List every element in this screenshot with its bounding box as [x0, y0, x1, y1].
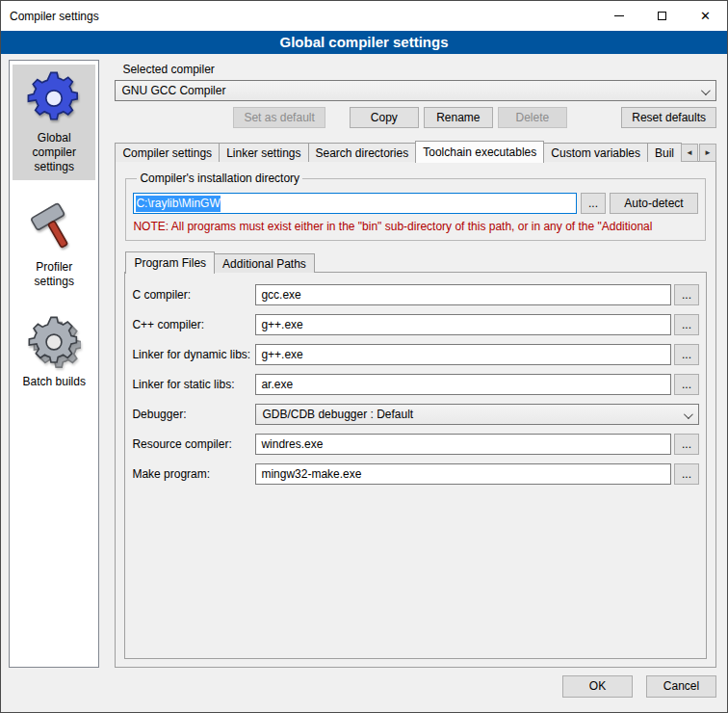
debugger-row: Debugger: GDB/CDB debugger : Default	[132, 404, 699, 425]
tab-scroll-right-button[interactable]: ►	[699, 144, 716, 162]
chevron-down-icon	[684, 409, 693, 419]
arrow-left-icon: ◄	[686, 148, 693, 157]
debugger-value: GDB/CDB debugger : Default	[262, 408, 413, 421]
dynamic-linker-input[interactable]	[255, 344, 671, 365]
close-icon: ✕	[700, 10, 711, 22]
static-linker-label: Linker for static libs:	[132, 378, 255, 391]
program-files-panel: C compiler: ... C++ compiler: ... Linker…	[124, 272, 707, 659]
resource-compiler-input[interactable]	[255, 434, 671, 455]
set-as-default-button: Set as default	[233, 107, 325, 128]
make-program-input[interactable]	[255, 463, 671, 485]
tab-scroll-controls: ◄ ►	[681, 144, 716, 162]
maximize-icon	[658, 12, 666, 20]
tab-search-directories[interactable]: Search directories	[308, 143, 417, 162]
tab-build-options-truncated[interactable]: Buil	[647, 143, 682, 162]
arrow-right-icon: ►	[704, 148, 712, 157]
cpp-compiler-browse-button[interactable]: ...	[674, 314, 699, 335]
installation-directory-group: Compiler's installation directory C:\ray…	[125, 172, 706, 241]
c-compiler-browse-button[interactable]: ...	[674, 284, 699, 305]
installation-directory-input[interactable]: C:\raylib\MinGW	[133, 193, 577, 214]
settings-category-list: Global compiler settings Profiler settin…	[9, 60, 99, 668]
selected-compiler-dropdown[interactable]: GNU GCC Compiler	[115, 80, 716, 101]
tab-compiler-settings[interactable]: Compiler settings	[115, 143, 220, 162]
subtab-program-files[interactable]: Program Files	[125, 251, 215, 274]
debugger-dropdown[interactable]: GDB/CDB debugger : Default	[255, 404, 699, 425]
chevron-down-icon	[701, 86, 711, 95]
installation-directory-row: C:\raylib\MinGW ... Auto-detect	[133, 193, 698, 214]
resource-compiler-browse-button[interactable]: ...	[674, 434, 699, 455]
dynamic-linker-row: Linker for dynamic libs: ...	[132, 344, 699, 365]
c-compiler-label: C compiler:	[132, 288, 255, 302]
sidebar-item-global-compiler-settings[interactable]: Global compiler settings	[13, 65, 95, 180]
make-program-row: Make program: ...	[132, 463, 699, 485]
settings-tabbar: Compiler settings Linker settings Search…	[115, 141, 716, 162]
sidebar-item-label: Global compiler settings	[14, 131, 93, 174]
installation-directory-value: C:\raylib\MinGW	[136, 196, 220, 212]
gear-blue-icon	[25, 69, 83, 127]
static-linker-input[interactable]	[255, 374, 671, 395]
make-program-browse-button[interactable]: ...	[674, 463, 699, 485]
c-compiler-row: C compiler: ...	[132, 284, 699, 305]
bin-subdirectory-note: NOTE: All programs must exist either in …	[133, 220, 698, 233]
minimize-button[interactable]	[597, 1, 640, 31]
gear-gray-icon	[25, 313, 83, 371]
cancel-button[interactable]: Cancel	[646, 675, 716, 698]
reset-defaults-button[interactable]: Reset defaults	[621, 107, 716, 128]
maximize-button[interactable]	[640, 1, 684, 31]
resource-compiler-row: Resource compiler: ...	[132, 434, 699, 455]
cpp-compiler-input[interactable]	[255, 314, 671, 335]
dynamic-linker-label: Linker for dynamic libs:	[132, 348, 255, 361]
compiler-actions: Set as default Copy Rename Delete Reset …	[115, 107, 716, 128]
program-files-subtabbar: Program Files Additional Paths	[124, 251, 707, 273]
compiler-settings-window: Compiler settings ✕ Global compiler sett…	[0, 0, 728, 713]
dynamic-linker-browse-button[interactable]: ...	[674, 344, 699, 365]
toolchain-executables-panel: Compiler's installation directory C:\ray…	[115, 161, 716, 668]
tab-toolchain-executables[interactable]: Toolchain executables	[415, 141, 544, 163]
selected-compiler-value: GNU GCC Compiler	[121, 84, 225, 97]
static-linker-browse-button[interactable]: ...	[674, 374, 699, 395]
c-compiler-input[interactable]	[255, 284, 671, 305]
cpp-compiler-label: C++ compiler:	[132, 318, 255, 331]
dialog-footer: OK Cancel	[1, 668, 727, 712]
sidebar-item-batch-builds[interactable]: Batch builds	[13, 308, 95, 395]
installation-directory-browse-button[interactable]: ...	[581, 193, 606, 214]
window-controls: ✕	[597, 1, 727, 31]
sidebar-item-label: Batch builds	[23, 375, 86, 389]
delete-button: Delete	[498, 107, 567, 128]
window-title: Compiler settings	[10, 10, 99, 23]
minimize-icon	[614, 15, 624, 16]
sidebar-item-profiler-settings[interactable]: Profiler settings	[13, 194, 95, 295]
cpp-compiler-row: C++ compiler: ...	[132, 314, 699, 335]
dialog-body: Global compiler settings Profiler settin…	[1, 54, 727, 668]
static-linker-row: Linker for static libs: ...	[132, 374, 699, 395]
titlebar: Compiler settings ✕	[1, 1, 727, 31]
subtab-additional-paths[interactable]: Additional Paths	[214, 253, 315, 273]
tab-custom-variables[interactable]: Custom variables	[543, 143, 648, 162]
auto-detect-button[interactable]: Auto-detect	[610, 193, 698, 214]
close-button[interactable]: ✕	[684, 1, 727, 31]
selected-compiler-label: Selected compiler	[122, 63, 716, 76]
installation-directory-legend: Compiler's installation directory	[137, 172, 302, 185]
debugger-label: Debugger:	[132, 408, 255, 421]
page-title: Global compiler settings	[1, 31, 727, 54]
ok-button[interactable]: OK	[562, 675, 633, 698]
rename-button[interactable]: Rename	[424, 107, 493, 128]
global-compiler-settings-page: Selected compiler GNU GCC Compiler Set a…	[115, 60, 716, 668]
hammer-tool-icon	[25, 198, 83, 256]
make-program-label: Make program:	[132, 467, 255, 481]
tab-linker-settings[interactable]: Linker settings	[219, 143, 308, 162]
sidebar-item-label: Profiler settings	[14, 260, 93, 289]
tab-scroll-left-button[interactable]: ◄	[681, 144, 698, 162]
resource-compiler-label: Resource compiler:	[132, 437, 255, 451]
copy-button[interactable]: Copy	[350, 107, 419, 128]
